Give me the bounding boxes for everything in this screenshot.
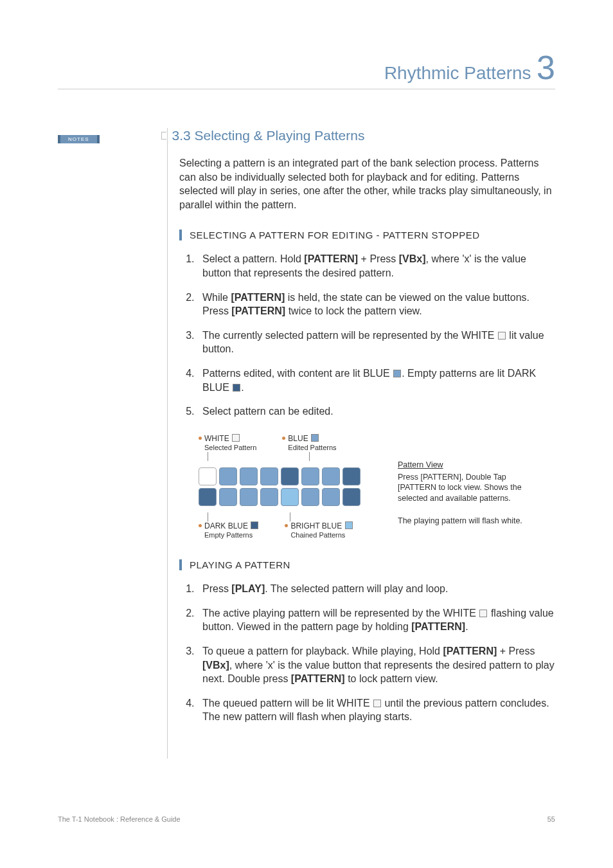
pad: [240, 488, 258, 506]
step-item: Patterns edited, with content are lit BL…: [197, 366, 555, 394]
legend-brightblue: BRIGHT BLUE Chained Patterns: [285, 521, 353, 540]
page-number: 55: [547, 815, 555, 823]
swatch-darkblue-icon: [251, 521, 258, 529]
swatch-white-icon: [498, 332, 506, 339]
step-item: Press [PLAY]. The selected pattern will …: [197, 582, 555, 596]
pad: [322, 488, 340, 506]
section-heading: 3.3 Selecting & Playing Patterns: [172, 128, 364, 143]
pad: [199, 467, 217, 485]
pad: [240, 467, 258, 485]
legend-darkblue: DARK BLUE Empty Patterns: [199, 521, 259, 540]
chapter-title: Rhythmic Patterns: [384, 63, 531, 84]
subheading-playing: PLAYING A PATTERN: [179, 559, 555, 570]
bullet-icon: [199, 524, 202, 527]
step-item: The currently selected pattern will be r…: [197, 329, 555, 356]
legend-white: WHITE Selected Pattern: [199, 434, 256, 453]
pad: [281, 488, 299, 506]
diagram-side-text: Pattern View Press [PATTERN], Double Tap…: [398, 434, 533, 538]
pattern-diagram: WHITE Selected Pattern BLUE Edited Patte…: [199, 434, 555, 541]
swatch-white-icon: [479, 610, 487, 617]
bullet-icon: [199, 437, 202, 440]
chapter-number: 3: [537, 55, 555, 82]
pad: [260, 488, 278, 506]
pad: [219, 488, 237, 506]
pad: [342, 467, 360, 485]
swatch-blue-icon: [311, 434, 319, 442]
step-item: To queue a pattern for playback. While p…: [197, 644, 555, 686]
pad-grid: [199, 467, 378, 506]
pad: [281, 467, 299, 485]
pad: [301, 467, 319, 485]
pad: [219, 467, 237, 485]
pad: [260, 467, 278, 485]
pad: [199, 488, 217, 506]
steps-selecting: Select a pattern. Hold [PATTERN] + Press…: [179, 252, 555, 418]
swatch-white-icon: [373, 700, 381, 707]
subheading-selecting: SELECTING A PATTERN FOR EDITING - PATTER…: [179, 230, 555, 240]
bullet-icon: [285, 524, 288, 527]
step-item: Select pattern can be edited.: [197, 404, 555, 419]
section-tick-icon: [161, 132, 166, 140]
page-footer: The T-1 Notebook : Reference & Guide 55: [58, 815, 555, 823]
step-item: The active playing pattern will be repre…: [197, 606, 555, 634]
footer-title: The T-1 Notebook : Reference & Guide: [58, 815, 181, 823]
bullet-icon: [282, 437, 285, 440]
step-item: The queued pattern will be lit WHITE unt…: [197, 696, 555, 724]
pad: [301, 488, 319, 506]
steps-playing: Press [PLAY]. The selected pattern will …: [179, 582, 555, 724]
notes-badge: NOTES: [58, 135, 100, 143]
legend-blue: BLUE Edited Patterns: [282, 434, 336, 453]
step-item: While [PATTERN] is held, the state can b…: [197, 291, 555, 318]
swatch-blue-icon: [393, 370, 401, 377]
pad: [322, 467, 340, 485]
step-item: Select a pattern. Hold [PATTERN] + Press…: [197, 252, 555, 280]
pad: [342, 488, 360, 506]
swatch-darkblue-icon: [233, 384, 240, 392]
swatch-white-icon: [232, 434, 240, 442]
chapter-header: Rhythmic Patterns 3: [58, 55, 555, 89]
section-intro: Selecting a pattern is an integrated par…: [179, 156, 555, 212]
swatch-brightblue-icon: [345, 521, 353, 529]
